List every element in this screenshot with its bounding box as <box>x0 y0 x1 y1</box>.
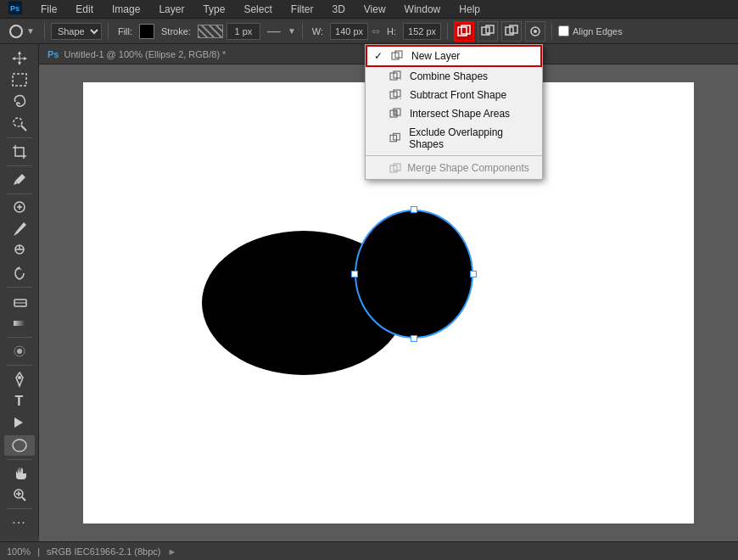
align-edges-label: Align Edges <box>573 26 623 36</box>
dropdown-intersect-areas[interactable]: Intersect Shape Areas <box>366 104 542 123</box>
handle-bottom[interactable] <box>411 335 417 342</box>
tool-zoom[interactable] <box>4 484 35 505</box>
handle-top[interactable] <box>411 206 417 213</box>
tool-shape[interactable] <box>4 435 35 456</box>
separator-1 <box>44 23 45 40</box>
tool-sep-6 <box>7 365 32 366</box>
fill-color[interactable] <box>139 24 154 39</box>
tool-sep-8 <box>7 508 32 509</box>
svg-point-12 <box>534 30 537 33</box>
tool-sep-5 <box>7 337 32 338</box>
tool-lasso[interactable] <box>4 92 35 112</box>
tool-history-brush[interactable] <box>4 263 35 283</box>
menu-ps[interactable]: Ps <box>5 0 25 19</box>
align-edges-checkbox[interactable] <box>558 25 569 36</box>
dropdown-exclude-overlapping[interactable]: Exclude Overlapping Shapes <box>366 123 542 154</box>
ps-icon: Ps <box>48 49 59 59</box>
tool-sep-2 <box>7 165 32 166</box>
tool-move[interactable] <box>4 48 35 68</box>
tool-blur[interactable] <box>4 341 35 361</box>
svg-rect-42 <box>394 110 397 115</box>
tool-path-select[interactable] <box>4 413 35 434</box>
height-input[interactable] <box>403 23 441 40</box>
svg-line-29 <box>22 497 25 501</box>
svg-text:+: + <box>400 76 401 82</box>
tool-sep-3 <box>7 193 32 194</box>
status-separator: | <box>37 546 40 557</box>
menu-layer[interactable]: Layer <box>155 2 187 17</box>
path-mode-combine[interactable]: + <box>478 21 498 42</box>
path-mode-settings[interactable] <box>525 21 545 42</box>
stroke-label: Stroke: <box>158 25 194 38</box>
dropdown-new-layer[interactable]: New Layer <box>366 45 542 67</box>
tool-type[interactable]: T <box>4 391 35 412</box>
color-profile: sRGB IEC61966-2.1 (8bpc) <box>47 546 161 557</box>
toolbar: ▼ Shape Path Pixels Fill: Stroke: — ▼ W:… <box>0 19 738 44</box>
tool-brush[interactable] <box>4 219 35 239</box>
menu-edit[interactable]: Edit <box>72 2 97 17</box>
menu-view[interactable]: View <box>361 2 389 17</box>
svg-text:-: - <box>511 31 513 38</box>
merge-components-label: Merge Shape Components <box>407 162 528 174</box>
tool-rect-select[interactable] <box>4 70 35 90</box>
tool-gradient[interactable] <box>4 313 35 333</box>
tool-clone[interactable] <box>4 241 35 261</box>
svg-point-27 <box>13 440 26 451</box>
tool-eyedropper[interactable] <box>4 170 35 190</box>
svg-rect-13 <box>13 74 26 86</box>
height-label: H: <box>383 25 400 38</box>
svg-point-2 <box>10 25 22 37</box>
line-style[interactable]: — <box>264 22 284 41</box>
left-panel: T ··· <box>0 44 39 536</box>
status-arrow[interactable]: ► <box>168 546 177 557</box>
intersect-areas-label: Intersect Shape Areas <box>410 108 510 120</box>
tool-sep-1 <box>7 137 32 138</box>
ellipse-2-selected[interactable] <box>355 210 473 339</box>
tool-sep-4 <box>7 287 32 288</box>
handle-right[interactable] <box>470 271 477 277</box>
exclude-overlapping-label: Exclude Overlapping Shapes <box>409 126 534 150</box>
svg-point-26 <box>18 376 21 379</box>
menu-bar: Ps File Edit Image Layer Type Select Fil… <box>0 0 738 19</box>
path-mode-new-layer[interactable] <box>454 21 474 42</box>
tool-crop[interactable] <box>4 142 35 162</box>
shape-path-dropdown: New Layer + Combine Shapes - Subtract Fr… <box>365 44 543 180</box>
svg-point-25 <box>17 349 22 354</box>
combine-shapes-label: Combine Shapes <box>410 70 488 82</box>
svg-line-15 <box>21 126 26 131</box>
svg-text:Ps: Ps <box>10 4 20 13</box>
dropdown-separator <box>366 155 542 156</box>
menu-type[interactable]: Type <box>199 2 228 17</box>
separator-4 <box>447 23 448 40</box>
shape-mode-select[interactable]: Shape Path Pixels <box>51 23 102 40</box>
menu-image[interactable]: Image <box>109 2 143 17</box>
path-mode-subtract[interactable]: - <box>501 21 522 42</box>
canvas-filename: Untitled-1 @ 100% (Ellipse 2, RGB/8) * <box>64 49 226 59</box>
stroke-preview[interactable] <box>198 25 223 38</box>
svg-text:-: - <box>400 94 401 101</box>
tool-pen[interactable] <box>4 369 35 389</box>
tool-more[interactable]: ··· <box>4 512 35 533</box>
separator-2 <box>108 23 109 40</box>
separator-5 <box>551 23 552 40</box>
menu-window[interactable]: Window <box>401 2 444 17</box>
stroke-width-input[interactable] <box>226 23 260 40</box>
tool-eraser[interactable] <box>4 291 35 311</box>
dropdown-combine-shapes[interactable]: + Combine Shapes <box>366 67 542 86</box>
fill-label: Fill: <box>115 25 136 38</box>
menu-select[interactable]: Select <box>240 2 275 17</box>
status-bar: 100% | sRGB IEC61966-2.1 (8bpc) ► <box>0 541 738 560</box>
tool-quick-select[interactable] <box>4 114 35 134</box>
tool-healing[interactable] <box>4 197 35 217</box>
separator-3 <box>302 23 303 40</box>
menu-3d[interactable]: 3D <box>328 2 348 17</box>
menu-file[interactable]: File <box>37 2 60 17</box>
link-dimensions[interactable]: ⇔ <box>372 25 380 37</box>
handle-left[interactable] <box>351 271 358 277</box>
menu-filter[interactable]: Filter <box>288 2 317 17</box>
tool-hand[interactable] <box>4 462 35 483</box>
menu-help[interactable]: Help <box>456 2 484 17</box>
subtract-front-label: Subtract Front Shape <box>410 89 506 101</box>
width-input[interactable] <box>330 23 368 40</box>
dropdown-subtract-front[interactable]: - Subtract Front Shape <box>366 86 542 104</box>
